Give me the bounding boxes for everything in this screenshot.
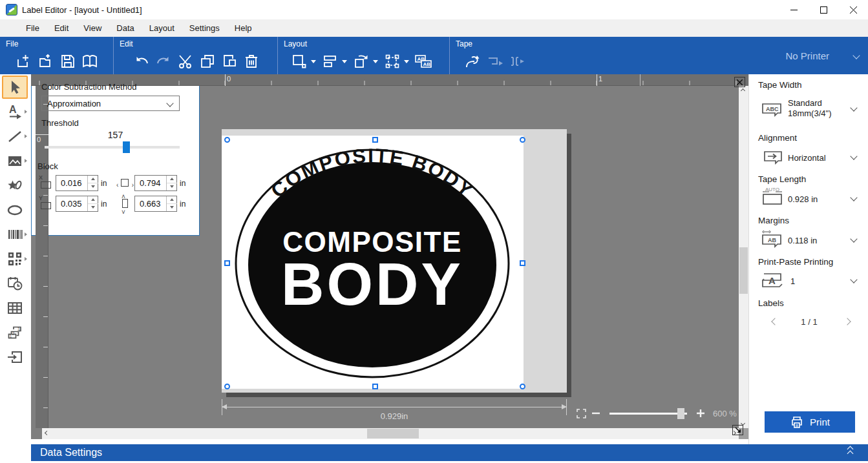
label-printable-area[interactable]: COMPOSITE BODY COMPOSITE BODY xyxy=(222,136,524,389)
tool-date-time[interactable] xyxy=(2,272,28,295)
width-field[interactable] xyxy=(134,175,177,191)
minimize-button[interactable] xyxy=(779,0,809,19)
selection-handle-bottom-right[interactable] xyxy=(520,384,525,389)
tape-feed-button[interactable] xyxy=(461,51,483,72)
menu-edit[interactable]: Edit xyxy=(48,20,75,36)
tool-select[interactable] xyxy=(2,76,28,99)
selection-handle-left-middle[interactable] xyxy=(224,260,230,266)
align-button[interactable] xyxy=(319,51,341,72)
paste-button[interactable] xyxy=(218,51,240,72)
scroll-left-button[interactable] xyxy=(45,431,48,435)
new-label-button[interactable] xyxy=(13,51,35,72)
printer-chevron-down-icon[interactable] xyxy=(852,52,860,59)
tool-ellipse[interactable] xyxy=(2,198,28,221)
printer-status[interactable]: No Printer xyxy=(785,37,829,74)
undo-button[interactable] xyxy=(131,51,153,72)
data-settings-bar[interactable]: Data Settings xyxy=(31,444,868,461)
tape-cut-button[interactable] xyxy=(505,51,527,72)
zoom-slider[interactable] xyxy=(609,413,687,415)
height-increment-button[interactable] xyxy=(167,196,177,204)
tool-barcode[interactable] xyxy=(2,223,28,246)
resize-button[interactable] xyxy=(288,51,310,72)
rotate-button[interactable] xyxy=(350,51,372,72)
menu-help[interactable]: Help xyxy=(228,20,259,36)
y-increment-button[interactable] xyxy=(88,196,98,204)
rotate-dropdown[interactable] xyxy=(373,60,378,63)
tape-length-chevron-icon[interactable] xyxy=(850,194,857,201)
zoom-out-button[interactable] xyxy=(591,409,600,418)
vertical-scrollbar[interactable] xyxy=(739,86,748,428)
tool-qrcode[interactable] xyxy=(2,247,28,271)
composite-body-stamp-image[interactable]: COMPOSITE BODY COMPOSITE BODY xyxy=(222,136,524,389)
print-paste-value[interactable]: 1 xyxy=(790,276,795,287)
horizontal-scrollbar-thumb[interactable] xyxy=(367,429,419,438)
save-button[interactable] xyxy=(57,51,79,72)
threshold-slider[interactable] xyxy=(45,146,180,149)
design-canvas[interactable]: 0 1 0 COMPOSITE BODY COMPOSITE BODY xyxy=(31,74,748,439)
x-position-field[interactable] xyxy=(56,175,98,191)
tool-clipart[interactable] xyxy=(2,174,28,197)
delete-button[interactable] xyxy=(240,51,262,72)
margins-chevron-icon[interactable] xyxy=(850,235,857,242)
tape-length-value[interactable]: 0.928 in xyxy=(788,194,818,205)
height-field[interactable] xyxy=(134,196,177,212)
horizontal-scrollbar[interactable] xyxy=(42,428,739,439)
copy-button[interactable] xyxy=(196,51,218,72)
tool-text[interactable]: A xyxy=(2,100,28,123)
width-increment-button[interactable] xyxy=(167,176,177,183)
next-label-button[interactable] xyxy=(843,318,851,325)
x-position-input[interactable] xyxy=(56,176,87,190)
x-decrement-button[interactable] xyxy=(88,183,98,191)
scroll-up-button[interactable] xyxy=(741,89,745,92)
vertical-scrollbar-thumb[interactable] xyxy=(739,247,748,294)
selection-handle-top-left[interactable] xyxy=(224,137,230,143)
group-dropdown[interactable] xyxy=(404,60,409,63)
selection-handle-top-right[interactable] xyxy=(520,137,525,143)
print-button[interactable]: Print xyxy=(765,411,855,433)
tape-margin-button[interactable] xyxy=(483,51,505,72)
method-dropdown[interactable]: Approximation xyxy=(41,96,180,111)
width-input[interactable] xyxy=(135,176,166,190)
selection-handle-right-middle[interactable] xyxy=(520,260,525,266)
y-position-field[interactable] xyxy=(56,196,98,212)
y-position-input[interactable] xyxy=(56,196,87,211)
height-input[interactable] xyxy=(135,196,166,211)
tool-numbering[interactable]: 321 xyxy=(2,321,28,344)
label-tape[interactable]: COMPOSITE BODY COMPOSITE BODY xyxy=(222,129,567,393)
tool-line[interactable] xyxy=(2,125,28,148)
fit-to-window-button[interactable] xyxy=(577,409,586,418)
menu-settings[interactable]: Settings xyxy=(183,20,226,36)
tool-table[interactable] xyxy=(2,296,28,320)
open-file-button[interactable] xyxy=(35,51,57,72)
selection-handle-bottom-left[interactable] xyxy=(224,384,230,389)
menu-file[interactable]: File xyxy=(19,20,46,36)
x-increment-button[interactable] xyxy=(88,176,98,183)
redo-button[interactable] xyxy=(153,51,175,72)
y-decrement-button[interactable] xyxy=(88,204,98,212)
text-merge-button[interactable]: ABAB xyxy=(412,51,434,72)
selection-handle-top-middle[interactable] xyxy=(372,137,378,143)
threshold-slider-thumb[interactable] xyxy=(123,141,130,153)
alignment-value[interactable]: Horizontal xyxy=(788,153,826,163)
maximize-button[interactable] xyxy=(809,0,838,19)
height-decrement-button[interactable] xyxy=(167,204,177,212)
dialog-expand-button[interactable] xyxy=(732,425,743,435)
alignment-chevron-icon[interactable] xyxy=(850,152,857,159)
menu-data[interactable]: Data xyxy=(110,20,140,36)
zoom-in-button[interactable] xyxy=(696,409,705,418)
align-dropdown[interactable] xyxy=(342,60,347,63)
dialog-close-button[interactable] xyxy=(734,77,745,87)
selection-handle-bottom-middle[interactable] xyxy=(372,384,378,389)
width-decrement-button[interactable] xyxy=(167,183,177,191)
catalog-button[interactable] xyxy=(79,51,101,72)
tape-width-chevron-icon[interactable] xyxy=(850,104,857,111)
tool-import[interactable] xyxy=(2,345,28,369)
previous-label-button[interactable] xyxy=(771,318,778,325)
margins-value[interactable]: 0.118 in xyxy=(788,236,817,246)
group-button[interactable] xyxy=(381,51,403,72)
menu-layout[interactable]: Layout xyxy=(143,20,181,36)
menu-view[interactable]: View xyxy=(77,20,108,36)
expand-panel-button[interactable] xyxy=(847,447,855,458)
resize-dropdown[interactable] xyxy=(311,60,316,63)
print-paste-chevron-icon[interactable] xyxy=(850,276,857,283)
